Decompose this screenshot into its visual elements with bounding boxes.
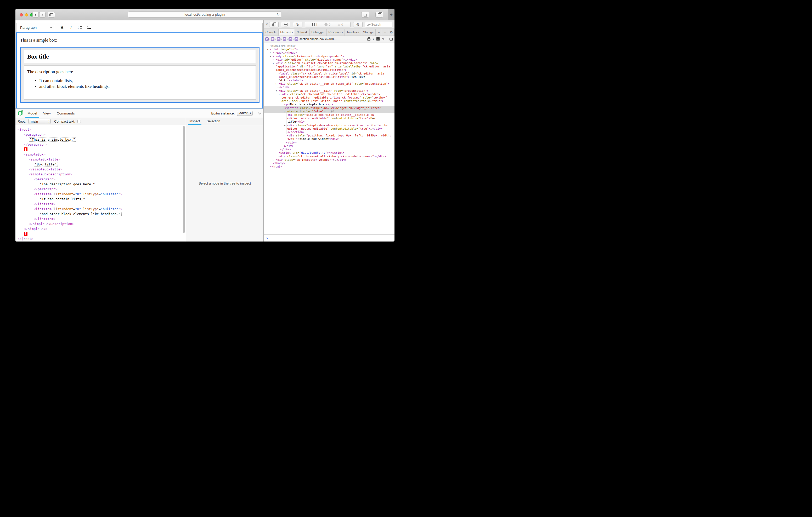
dom-tree-line[interactable]: ▼<html lang="en"> [264,48,395,51]
devtools-tab-console[interactable]: Console [264,29,279,35]
dom-tree-line[interactable]: <div class="ck ck-reset_all ck-body ck-r… [264,155,395,158]
italic-button[interactable]: I [67,24,75,31]
dom-tree-line[interactable]: ▶<div class="ck-inspector-wrapper">…</di… [264,158,395,161]
bullet-item[interactable]: It can contain lists, [39,78,256,83]
dom-tree-line[interactable]: ▶<head>…</head> [264,51,395,54]
model-tree-line[interactable]: <simpleBoxDescription> [18,172,186,177]
model-tree-line[interactable]: </listItem> [18,202,186,207]
minimize-window-button[interactable] [25,13,28,17]
dom-tree-line[interactable]: corners ck-editor__editable_inline ck-fo… [264,96,395,99]
dom-tree-line[interactable]: <label class="ck ck-label ck-voice-label… [264,72,395,75]
element-badge[interactable]: E [295,37,298,41]
close-devtools-button[interactable]: × [266,22,268,26]
element-badge[interactable]: E [277,37,281,41]
element-badge[interactable]: E [265,37,269,41]
model-tree-line[interactable]: "and other block elements like headings.… [18,211,186,216]
breadcrumb-selected-node[interactable]: section.simple-box.ck-wid… [299,37,337,40]
tab-overview-button[interactable] [375,12,383,18]
inspector-tab-model[interactable]: Model [27,109,38,118]
dock-side-button[interactable] [281,22,290,27]
model-tree-line[interactable]: ] [18,231,186,236]
add-tab-icon[interactable]: + [382,29,388,35]
resource-status-group[interactable]: 4 !0 ⚠0 [305,22,351,27]
element-badge[interactable]: E [289,37,292,41]
dom-tree-line[interactable]: ▼<section class="simple-box ck-widget ck… [264,107,395,110]
share-button[interactable] [361,12,369,18]
dom-tree-line[interactable]: <div style="position: fixed; top: 0px; l… [264,134,395,137]
dom-tree-line[interactable]: <h1 class="simple-box-title ck-editor__e… [264,113,395,117]
dom-tree-line[interactable]: </div> [264,144,395,148]
devtools-tab-debugger[interactable]: Debugger [310,29,327,35]
source-code-icon[interactable]: ‹› [373,37,374,40]
editor-content[interactable]: This is a simple box: Box title The desc… [16,32,263,109]
dom-tree-line[interactable]: ▼<div class="ck ck-reset ck-editor ck-ro… [264,61,395,65]
dom-tree[interactable]: <!DOCTYPE html>▼<html lang="en">▶<head>…… [264,42,395,235]
dom-tree-line[interactable]: </html> [264,165,395,168]
dom-tree-line[interactable]: ▼<div class="ck ck-content ck-editor__ed… [264,93,395,96]
dom-tree-line[interactable]: ▶<div class="simple-box-description ck-e… [264,124,395,127]
model-tree-line[interactable]: </$root> [18,236,186,241]
editor-instance-select[interactable]: editor ▲▼ [237,111,253,116]
devtools-tab-resources[interactable]: Resources [327,29,345,35]
layout-grid-icon[interactable] [376,37,380,40]
simple-box-widget[interactable]: Box title The description goes here. It … [20,47,260,103]
devtools-search-field[interactable]: Search [365,22,393,27]
dom-tree-line[interactable]: ▶<div id="editor" style="display: none;"… [264,58,395,61]
dom-tree-line[interactable]: contenteditable="false"> = $0 [264,110,395,113]
model-tree-line[interactable]: [ [18,147,186,152]
simple-box-description-field[interactable]: The description goes here. It can contai… [24,65,256,99]
model-tree-line[interactable]: "Box title" [18,162,186,167]
dom-tree-line[interactable]: editor__nested-editable" contenteditable… [264,117,395,120]
bold-button[interactable]: B [58,24,66,31]
dom-tree-line[interactable]: aria-label="Rich Text Editor, main" cont… [264,99,395,103]
dom-tree-line[interactable]: label_e63cbbfece34c53ce23501062343f49b8"… [264,68,395,71]
devtools-tab-elements[interactable]: Elements [279,29,295,35]
model-tree-line[interactable]: <$root> [18,127,186,132]
intro-paragraph[interactable]: This is a simple box: [20,38,259,43]
heading-dropdown[interactable]: Paragraph [20,24,54,31]
model-tree-line[interactable]: "It can contain lists," [18,196,186,202]
inspector-tab-view[interactable]: View [42,109,51,118]
model-tree-line[interactable]: </listItem> [18,216,186,221]
model-tree-line[interactable]: <listItem listIndent="0" listType="bulle… [18,191,186,196]
tab-overflow-icon[interactable]: » [376,29,382,35]
dom-tree-line[interactable]: label_e63cbbfece34c53ce23501062343f49b8"… [264,75,395,79]
bullet-item[interactable]: and other block elements like headings. [39,84,256,89]
dom-tree-line[interactable]: "application" dir="ltr" lang="en" aria-l… [264,65,395,68]
dom-tree-line[interactable]: ▼<body class="ck-inspector-body-expanded… [264,55,395,58]
print-icon[interactable] [367,38,370,40]
back-button[interactable] [32,12,39,18]
devtools-tab-timelines[interactable]: Timelines [345,29,361,35]
pane-tab-selection[interactable]: Selection [205,119,222,125]
scrollbar-thumb[interactable] [183,126,185,233]
element-badge[interactable]: E [283,37,286,41]
dom-tree-line[interactable]: ▼<div class="ck ck-editor__main" role="p… [264,89,395,93]
model-tree-line[interactable]: <paragraph> [18,132,186,137]
box-title-text[interactable]: Box title [24,50,256,60]
collapse-inspector-icon[interactable] [258,111,261,115]
description-text[interactable]: The description goes here. [27,69,256,74]
devtools-tab-network[interactable]: Network [295,29,310,35]
quick-console[interactable]: > [264,235,395,242]
dom-tree-line[interactable]: title</h1> [264,120,395,123]
model-tree-line[interactable]: </paragraph> [18,142,186,147]
forward-button[interactable] [39,12,46,18]
settings-gear-icon[interactable]: ⚙ [388,29,395,35]
model-tree-line[interactable]: "The description goes here." [18,182,186,187]
model-tree-line[interactable]: <listItem listIndent="0" listType="bulle… [18,207,186,211]
dom-tree-line[interactable]: </body> [264,161,395,165]
details-sidebar-icon[interactable] [389,38,393,40]
dom-tree-line[interactable]: <!DOCTYPE html> [264,44,395,48]
element-picker-button[interactable]: ⊕ [353,22,362,27]
reload-page-button[interactable]: ↻ [293,22,302,27]
bulleted-list-button[interactable] [85,24,93,31]
dom-tree-line[interactable]: <p>This is a simple box:</p> [264,103,395,106]
model-tree-line[interactable]: <simpleBox> [18,152,186,157]
model-tree-line[interactable]: </simpleBoxDescription> [18,221,186,226]
model-tree-line[interactable]: <simpleBoxTitle> [18,157,186,162]
pane-tab-inspect[interactable]: Inspect [188,119,201,125]
dom-tree-line[interactable]: </div> [264,148,395,151]
model-tree-line[interactable]: </paragraph> [18,187,186,191]
model-tree-line[interactable]: </simpleBox> [18,226,186,231]
model-tree-line[interactable]: <paragraph> [18,177,186,182]
